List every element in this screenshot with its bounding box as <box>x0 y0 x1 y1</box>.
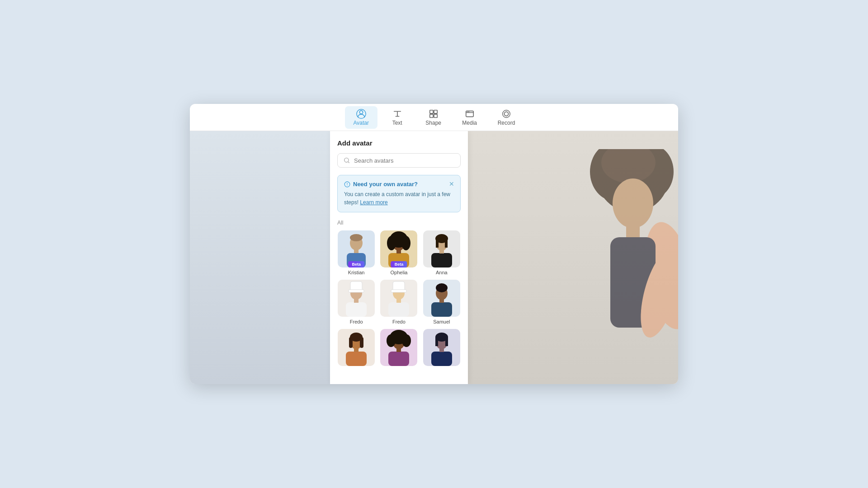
svg-rect-77 <box>445 337 448 346</box>
svg-rect-59 <box>346 352 367 366</box>
bg-avatar-silhouette <box>506 149 678 384</box>
toolbar-item-media[interactable]: Media <box>453 106 486 129</box>
avatar-svg-7 <box>338 329 375 366</box>
info-banner: Need your own avatar? You can create a c… <box>337 175 461 212</box>
avatar-panel: Add avatar Need your own avatar? <box>330 131 468 384</box>
svg-point-10 <box>503 110 510 117</box>
avatar-svg-samuel <box>423 280 460 317</box>
svg-point-69 <box>387 334 396 347</box>
beta-badge-ophelia: Beta <box>391 261 407 267</box>
avatar-img-7 <box>338 329 375 366</box>
avatar-name-anna: Anna <box>436 270 448 275</box>
svg-rect-16 <box>626 224 640 237</box>
avatar-img-8 <box>380 329 417 366</box>
avatar-img-fredo2 <box>380 280 417 317</box>
avatar-svg-anna <box>423 230 460 267</box>
svg-rect-45 <box>349 290 364 292</box>
content-area: Add avatar Need your own avatar? <box>190 131 678 384</box>
avatar-item-kristian[interactable]: Beta Kristian <box>337 230 375 275</box>
banner-header: Need your own avatar? <box>344 181 454 188</box>
svg-point-7 <box>467 111 468 112</box>
toolbar-label-avatar: Avatar <box>353 120 368 126</box>
avatar-name-samuel: Samuel <box>433 319 450 324</box>
svg-rect-78 <box>439 348 444 352</box>
svg-rect-71 <box>396 348 401 352</box>
avatar-item-7[interactable] <box>337 329 375 368</box>
svg-rect-6 <box>466 111 473 117</box>
avatar-svg-fredo2 <box>380 280 417 317</box>
avatar-img-samuel <box>423 280 460 317</box>
svg-rect-35 <box>431 253 452 267</box>
avatar-grid: Beta Kristian <box>337 230 461 368</box>
svg-rect-40 <box>439 250 444 253</box>
avatar-item-fredo2[interactable]: Fredo <box>380 280 418 324</box>
svg-point-32 <box>401 236 410 250</box>
learn-more-link[interactable]: Learn more <box>360 199 387 206</box>
toolbar-item-record[interactable]: Record <box>490 106 524 129</box>
svg-point-8 <box>468 111 469 112</box>
avatar-name-ophelia: Ophelia <box>391 270 408 275</box>
avatar-item-8[interactable] <box>380 329 418 368</box>
svg-rect-5 <box>434 114 437 117</box>
avatar-img-ophelia: Beta <box>380 230 417 267</box>
toolbar-item-shape[interactable]: Shape <box>417 106 450 129</box>
svg-rect-52 <box>396 299 401 303</box>
svg-rect-62 <box>349 337 353 348</box>
avatar-img-anna <box>423 230 460 267</box>
avatar-svg-9 <box>423 329 460 366</box>
svg-rect-64 <box>354 348 359 352</box>
avatar-name-fredo2: Fredo <box>392 319 406 324</box>
svg-rect-66 <box>388 352 409 366</box>
svg-point-9 <box>504 112 508 116</box>
svg-rect-63 <box>360 337 363 348</box>
banner-text: You can create a custom avatar in just a… <box>344 190 454 206</box>
svg-point-70 <box>402 334 411 347</box>
svg-rect-48 <box>388 302 409 317</box>
svg-rect-38 <box>436 239 439 248</box>
avatar-item-fredo1[interactable]: Fredo <box>337 280 375 324</box>
svg-point-24 <box>350 234 363 241</box>
avatar-item-anna[interactable]: Anna <box>423 230 461 275</box>
avatar-svg-8 <box>380 329 417 366</box>
beta-badge-kristian: Beta <box>348 261 364 267</box>
avatar-item-ophelia[interactable]: Beta Ophelia <box>380 230 418 275</box>
avatar-img-kristian: Beta <box>338 230 375 267</box>
toolbar-label-text: Text <box>392 120 402 126</box>
svg-rect-76 <box>435 337 438 346</box>
svg-rect-42 <box>346 302 367 317</box>
svg-rect-73 <box>431 352 452 366</box>
toolbar-label-media: Media <box>462 120 477 126</box>
svg-rect-57 <box>439 299 444 303</box>
svg-point-15 <box>613 178 653 228</box>
search-box[interactable] <box>337 153 461 168</box>
svg-rect-2 <box>429 110 433 113</box>
svg-rect-4 <box>429 114 433 117</box>
svg-point-56 <box>436 283 448 292</box>
avatar-img-9 <box>423 329 460 366</box>
search-icon <box>343 157 350 164</box>
svg-rect-25 <box>354 249 359 253</box>
avatar-item-9[interactable] <box>423 329 461 368</box>
info-icon <box>344 181 350 188</box>
svg-rect-33 <box>396 250 401 253</box>
toolbar-item-text[interactable]: Text <box>381 106 414 129</box>
section-label: All <box>337 220 461 226</box>
avatar-img-fredo1 <box>338 280 375 317</box>
avatar-item-samuel[interactable]: Samuel <box>423 280 461 324</box>
svg-rect-51 <box>391 290 406 292</box>
svg-rect-46 <box>354 299 359 303</box>
search-input[interactable] <box>354 157 455 164</box>
avatar-svg-fredo1 <box>338 280 375 317</box>
svg-rect-3 <box>434 110 437 113</box>
banner-title: Need your own avatar? <box>353 181 418 188</box>
panel-title: Add avatar <box>337 139 461 147</box>
svg-point-0 <box>359 110 363 113</box>
banner-close-button[interactable]: ✕ <box>448 180 456 188</box>
toolbar-label-shape: Shape <box>425 120 441 126</box>
svg-rect-54 <box>431 302 452 317</box>
toolbar-item-avatar[interactable]: Avatar <box>345 106 377 129</box>
svg-rect-39 <box>445 239 448 248</box>
app-window: Avatar Text Shape <box>190 104 678 384</box>
avatar-name-kristian: Kristian <box>348 270 365 275</box>
toolbar: Avatar Text Shape <box>190 104 678 131</box>
